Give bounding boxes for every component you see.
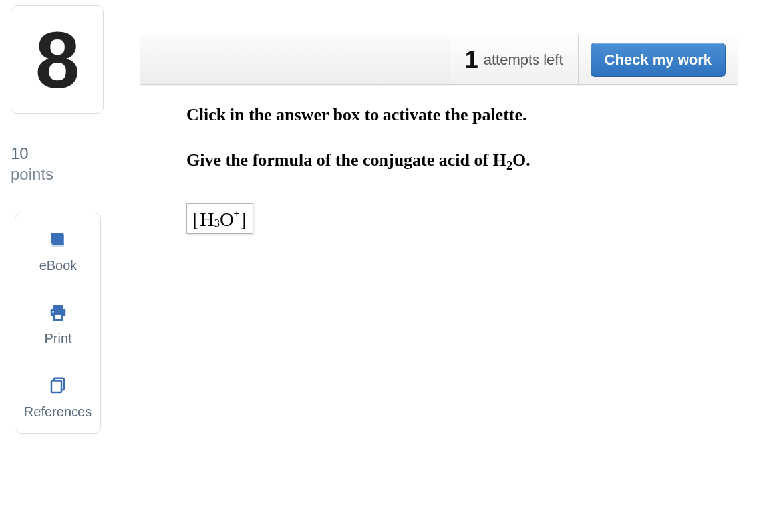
check-cell: Check my work bbox=[578, 35, 738, 84]
instruction-text: Click in the answer box to activate the … bbox=[186, 105, 738, 125]
answer-base1: H bbox=[200, 209, 214, 229]
book-icon bbox=[46, 227, 70, 251]
answer-base2: O bbox=[220, 209, 234, 229]
pages-icon bbox=[46, 374, 70, 398]
attempts-count: 1 bbox=[465, 46, 478, 74]
answer-open: [ bbox=[192, 209, 200, 229]
print-button[interactable]: Print bbox=[15, 287, 100, 360]
answer-sub: 3 bbox=[214, 218, 220, 229]
attempts-box: 1 attempts left bbox=[450, 35, 578, 84]
answer-input[interactable]: [H3O+] bbox=[186, 203, 253, 234]
points-block: 10 points bbox=[11, 143, 104, 184]
check-my-work-button[interactable]: Check my work bbox=[591, 43, 726, 77]
svg-rect-3 bbox=[54, 315, 63, 321]
svg-rect-0 bbox=[53, 234, 55, 241]
ebook-button[interactable]: eBook bbox=[15, 213, 100, 287]
prompt-post: O. bbox=[512, 150, 530, 170]
attempts-label: attempts left bbox=[484, 51, 563, 68]
answer-sup: + bbox=[234, 209, 240, 220]
question-prompt: Give the formula of the conjugate acid o… bbox=[186, 150, 738, 173]
svg-rect-1 bbox=[53, 305, 63, 309]
references-button[interactable]: References bbox=[15, 360, 100, 433]
printer-icon bbox=[46, 301, 70, 325]
question-content: Click in the answer box to activate the … bbox=[186, 105, 738, 234]
tool-stack: eBook Print References bbox=[15, 213, 101, 434]
print-label: Print bbox=[44, 331, 71, 346]
svg-rect-6 bbox=[51, 381, 61, 393]
svg-point-4 bbox=[52, 311, 54, 313]
prompt-sub: 2 bbox=[506, 159, 512, 172]
top-bar: 1 attempts left Check my work bbox=[140, 35, 738, 85]
points-label: points bbox=[11, 164, 104, 184]
answer-close: ] bbox=[240, 209, 247, 229]
references-label: References bbox=[24, 404, 92, 420]
question-number: 8 bbox=[35, 20, 80, 100]
prompt-pre: Give the formula of the conjugate acid o… bbox=[186, 150, 506, 170]
points-value: 10 bbox=[11, 143, 104, 164]
question-page: 8 10 points eBook bbox=[0, 0, 765, 532]
ebook-label: eBook bbox=[39, 258, 77, 273]
question-number-card: 8 bbox=[11, 5, 104, 114]
